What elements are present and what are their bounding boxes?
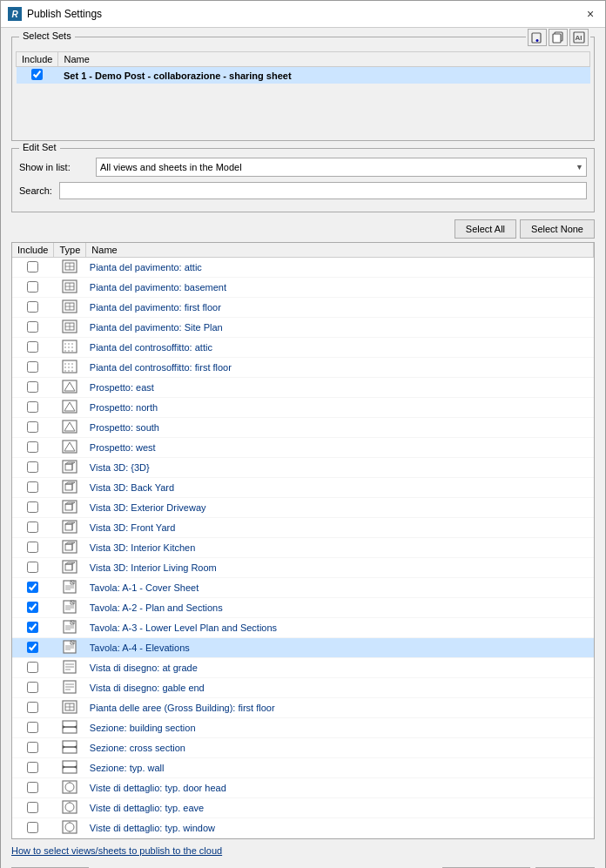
view-include-checkbox[interactable] — [27, 321, 38, 333]
view-include-checkbox[interactable] — [27, 582, 38, 593]
view-include-cell — [12, 778, 54, 798]
view-include-checkbox[interactable] — [27, 341, 38, 353]
view-row[interactable]: Vista di disegno: gable end — [12, 678, 594, 698]
cloud-link[interactable]: How to select views/sheets to publish to… — [11, 845, 222, 856]
view-include-checkbox[interactable] — [27, 361, 38, 373]
view-row[interactable]: Prospetto: north — [12, 398, 594, 418]
view-include-checkbox[interactable] — [27, 261, 38, 273]
publish-settings-dialog: R Publish Settings × Select Sets — [0, 0, 606, 868]
view-row[interactable]: Pianta del pavimento: attic — [12, 258, 594, 278]
view-row[interactable]: Sezione: building section — [12, 718, 594, 738]
view-include-cell — [12, 318, 54, 338]
view-row[interactable]: Vista di disegno: at grade — [12, 658, 594, 678]
view-row[interactable]: Tavola: A-1 - Cover Sheet — [12, 578, 594, 598]
view-include-checkbox[interactable] — [27, 742, 38, 753]
view-row[interactable]: Vista 3D: Back Yard — [12, 478, 594, 498]
svg-rect-0 — [532, 33, 541, 43]
view-name-cell: Prospetto: east — [86, 378, 594, 398]
view-name-text: Pianta del pavimento: basement — [90, 282, 226, 293]
view-row[interactable]: Prospetto: south — [12, 418, 594, 438]
view-row[interactable]: Vista 3D: Exterior Driveway — [12, 498, 594, 518]
view-row[interactable]: Vista 3D: Front Yard — [12, 518, 594, 538]
view-row[interactable]: Vista 3D: Interior Kitchen — [12, 538, 594, 558]
floor-plan-type-icon — [62, 259, 77, 273]
sheet-type-icon — [62, 620, 77, 634]
set-include-checkbox[interactable] — [31, 69, 43, 80]
ai-button[interactable]: AI — [569, 29, 589, 46]
view-row[interactable]: Pianta del pavimento: first floor — [12, 298, 594, 318]
title-bar-left: R Publish Settings — [8, 7, 102, 21]
view-row[interactable]: Pianta del pavimento: basement — [12, 278, 594, 298]
select-all-button[interactable]: Select All — [454, 219, 516, 239]
view-include-checkbox[interactable] — [27, 662, 38, 673]
dialog-title: Publish Settings — [27, 8, 102, 20]
view-include-checkbox[interactable] — [27, 602, 38, 613]
link-row: How to select views/sheets to publish to… — [11, 844, 595, 857]
view-include-checkbox[interactable] — [27, 281, 38, 293]
view-include-checkbox[interactable] — [27, 441, 38, 453]
sets-col-name: Name — [58, 52, 590, 67]
view-include-checkbox[interactable] — [27, 782, 38, 793]
view-include-checkbox[interactable] — [27, 562, 38, 573]
view-include-cell — [12, 578, 54, 598]
view-include-checkbox[interactable] — [27, 421, 38, 433]
elevation-type-icon — [62, 420, 77, 434]
view-row[interactable]: Pianta del pavimento: Site Plan — [12, 318, 594, 338]
views-col-include: Include — [12, 243, 54, 258]
view-include-checkbox[interactable] — [27, 682, 38, 693]
view-include-checkbox[interactable] — [27, 461, 38, 473]
view-include-checkbox[interactable] — [27, 301, 38, 313]
view-row[interactable]: Vista 3D: Interior Living Room — [12, 558, 594, 578]
view-name-text: Pianta del pavimento: first floor — [90, 302, 221, 313]
view-include-checkbox[interactable] — [27, 802, 38, 813]
view-row[interactable]: Prospetto: east — [12, 378, 594, 398]
view-row[interactable]: Prospetto: west — [12, 438, 594, 458]
view-row[interactable]: Pianta del controsoffitto: first floor — [12, 358, 594, 378]
view-type-cell — [54, 258, 86, 278]
close-button[interactable]: × — [582, 6, 598, 22]
view-row[interactable]: Vista 3D: {3D} — [12, 458, 594, 478]
view-include-cell — [12, 618, 54, 638]
sheet-type-icon — [62, 600, 77, 614]
set-row[interactable]: Set 1 - Demo Post - collaborazione - sha… — [17, 67, 590, 84]
view-name-text: Prospetto: west — [90, 442, 156, 453]
view-include-checkbox[interactable] — [27, 501, 38, 513]
view-include-checkbox[interactable] — [27, 622, 38, 633]
set-include-cell — [17, 67, 58, 84]
view-name-text: Vista di disegno: at grade — [90, 663, 198, 673]
show-in-list-dropdown[interactable]: All views and sheets in the ModelViews i… — [96, 158, 587, 177]
view-row[interactable]: Tavola: A-2 - Plan and Sections — [12, 598, 594, 618]
views-col-type: Type — [54, 243, 86, 258]
view-name-text: Viste di dettaglio: typ. eave — [90, 803, 204, 813]
view-row[interactable]: Viste di dettaglio: typ. door head — [12, 778, 594, 798]
view-row[interactable]: Pianta delle aree (Gross Building): firs… — [12, 698, 594, 718]
view-include-checkbox[interactable] — [27, 542, 38, 553]
section-type-icon — [62, 740, 77, 754]
view-row[interactable]: Sezione: typ. wall — [12, 758, 594, 778]
view-row[interactable]: Tavola: A-3 - Lower Level Plan and Secti… — [12, 618, 594, 638]
view-row[interactable]: Sezione: cross section — [12, 738, 594, 758]
view-include-cell — [12, 598, 54, 618]
view-include-checkbox[interactable] — [27, 822, 38, 833]
view-name-text: Vista 3D: Exterior Driveway — [90, 502, 206, 513]
drawing-type-icon — [62, 660, 77, 674]
view-row[interactable]: Viste di dettaglio: typ. window — [12, 818, 594, 838]
view-include-checkbox[interactable] — [27, 481, 38, 493]
new-set-icon — [531, 31, 543, 44]
view-include-checkbox[interactable] — [27, 381, 38, 393]
view-row[interactable]: Pianta del controsoffitto: attic — [12, 338, 594, 358]
new-set-button[interactable] — [528, 29, 547, 46]
view-type-cell — [54, 758, 86, 778]
view-include-checkbox[interactable] — [27, 642, 38, 653]
view-include-checkbox[interactable] — [27, 702, 38, 713]
view-row[interactable]: Viste di dettaglio: typ. eave — [12, 798, 594, 818]
view-include-checkbox[interactable] — [27, 722, 38, 733]
view-include-checkbox[interactable] — [27, 521, 38, 533]
view-include-checkbox[interactable] — [27, 762, 38, 773]
view-row[interactable]: Tavola: A-4 - Elevations — [12, 638, 594, 658]
copy-set-button[interactable] — [549, 29, 568, 46]
search-input[interactable] — [59, 182, 587, 199]
select-none-button[interactable]: Select None — [520, 219, 595, 239]
view-include-checkbox[interactable] — [27, 401, 38, 413]
view-name-text: Vista 3D: Interior Kitchen — [90, 542, 195, 553]
